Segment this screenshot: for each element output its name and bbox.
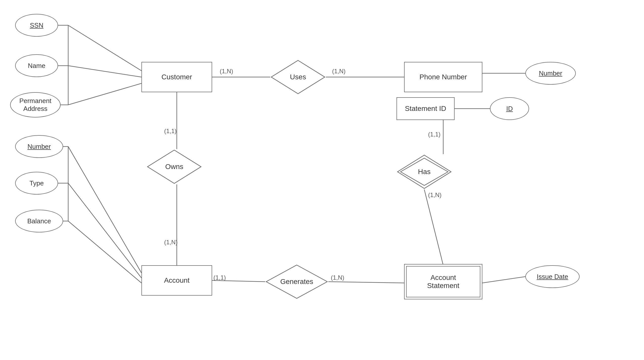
entity-statement-id: Statement ID [397,97,455,120]
attribute-issue-date: Issue Date [525,265,580,288]
relationship-has: Has [397,154,452,189]
attribute-statement-id-key: ID [490,97,529,120]
attribute-name: Name [15,54,58,77]
attribute-account-number: Number [15,135,63,158]
relationship-generates: Generates [265,264,328,299]
relationship-uses: Uses [270,59,326,95]
cardinality-account-generates: (1,1) [213,274,226,281]
entity-account-statement: AccountStatement [404,264,482,299]
cardinality-owns-account: (1,N) [164,239,178,246]
cardinality-stmtid-has: (1,1) [428,131,440,138]
attribute-ssn: SSN [15,14,58,37]
svg-line-0 [68,25,141,71]
attribute-phone-number-number: Number [525,62,576,85]
cardinality-customer-uses: (1,N) [220,68,233,75]
svg-line-2 [68,66,141,77]
connector-lines [0,0,644,360]
cardinality-customer-owns: (1,1) [164,128,177,135]
entity-phone-number: Phone Number [404,62,482,92]
svg-line-4 [68,83,141,105]
attribute-account-balance: Balance [15,210,63,232]
cardinality-generates-statement: (1,N) [331,274,344,281]
svg-line-16 [68,221,141,283]
cardinality-uses-phone: (1,N) [332,68,345,75]
svg-line-14 [68,183,141,278]
relationship-owns: Owns [146,149,202,184]
cardinality-has-statement: (1,N) [428,191,441,199]
attribute-account-type: Type [15,172,58,195]
attribute-permanent-address: PermanentAddress [10,92,61,117]
svg-line-20 [328,282,404,283]
svg-line-24 [424,189,443,265]
entity-account: Account [141,265,212,296]
svg-line-21 [482,277,525,283]
svg-line-12 [68,147,141,273]
er-diagram: Customer Phone Number Account AccountSta… [0,0,644,360]
entity-customer: Customer [141,62,212,92]
